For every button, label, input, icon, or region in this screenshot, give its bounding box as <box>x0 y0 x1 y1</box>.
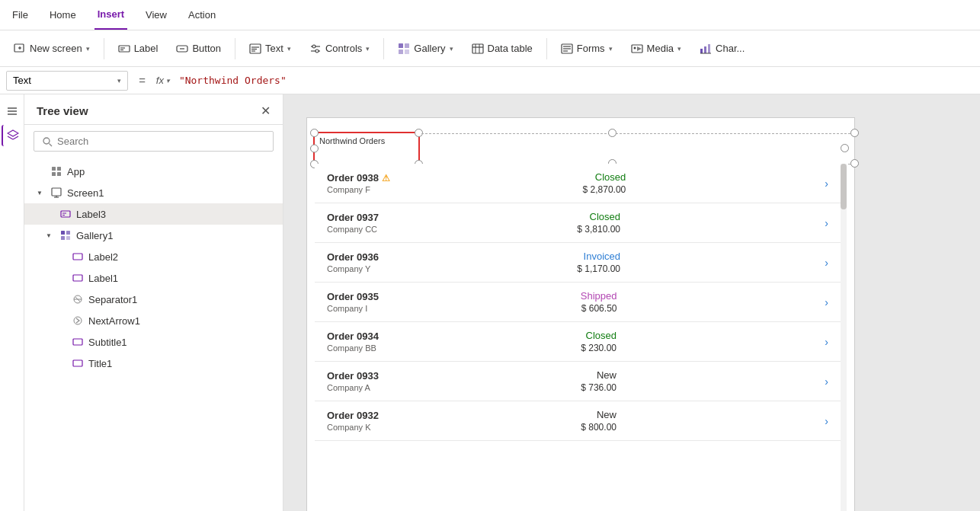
tree-item-subtitle1[interactable]: Subtitle1 <box>24 331 283 353</box>
formula-select[interactable]: Text ▾ <box>6 71 128 91</box>
tree-item-subtitle1-label: Subtitle1 <box>88 337 127 348</box>
gallery-row-4[interactable]: Order 0934 Company BB Closed $ 230.00 › <box>315 322 847 362</box>
svg-rect-58 <box>73 275 82 281</box>
canvas-area[interactable]: Northwind Orders Order 0938 ⚠ Company <box>283 94 980 511</box>
row4-status: Closed <box>586 330 617 341</box>
svg-line-40 <box>13 136 18 139</box>
svg-rect-17 <box>405 43 409 48</box>
row2-right: Invoiced $ 1,170.00 <box>577 251 620 274</box>
tree-item-label3-label: Label3 <box>76 209 106 220</box>
row5-amount: $ 736.00 <box>581 382 617 393</box>
handle-ml[interactable] <box>310 145 319 153</box>
button-icon <box>176 43 188 55</box>
tree-item-label1[interactable]: Label1 <box>24 267 283 289</box>
row6-status: New <box>597 409 617 420</box>
search-input[interactable] <box>57 136 265 147</box>
gallery-row-3[interactable]: Order 0935 Company I Shipped $ 606.50 › <box>315 283 847 322</box>
gallery-row-1[interactable]: Order 0937 Company CC Closed $ 3,810.00 … <box>315 203 847 243</box>
chart-button[interactable]: Char... <box>692 40 752 58</box>
row6-right: New $ 800.00 <box>581 409 617 433</box>
tree-item-nextarrow1-label: NextArrow1 <box>88 315 140 327</box>
row3-status: Shipped <box>581 290 617 302</box>
row3-right: Shipped $ 606.50 <box>581 290 617 314</box>
divider-3 <box>383 38 384 59</box>
row0-status: Closed <box>595 171 626 183</box>
tree-items: App ▼ Screen1 <box>24 158 283 511</box>
tree-item-gallery1[interactable]: ▼ Gallery1 <box>24 225 283 246</box>
tree-item-screen1[interactable]: ▼ Screen1 <box>24 182 283 203</box>
label-icon <box>118 43 130 55</box>
new-screen-button[interactable]: New screen ▾ <box>6 40 98 58</box>
label-button[interactable]: Label <box>110 40 166 58</box>
label3-selected[interactable]: Northwind Orders <box>313 132 420 165</box>
text-button[interactable]: Text ▾ <box>242 40 299 58</box>
handle-right-top[interactable] <box>608 129 617 137</box>
tree-item-label3[interactable]: Label3 <box>24 203 283 225</box>
divider-4 <box>546 38 547 59</box>
screen1-expand[interactable]: ▼ <box>37 190 46 196</box>
divider-2 <box>235 38 235 59</box>
svg-rect-32 <box>704 46 706 53</box>
svg-rect-44 <box>57 167 61 171</box>
menu-home[interactable]: Home <box>46 0 79 30</box>
tree-item-title1[interactable]: Title1 <box>24 353 283 374</box>
handle-tl[interactable] <box>310 129 319 137</box>
handle-far-top[interactable] <box>850 129 859 137</box>
svg-rect-63 <box>73 339 82 345</box>
menu-bar: File Home Insert View Action <box>0 0 980 30</box>
gallery-scrollbar[interactable] <box>841 164 847 511</box>
svg-rect-55 <box>61 236 65 240</box>
gallery-button[interactable]: Gallery ▾ <box>390 40 460 58</box>
menu-insert[interactable]: Insert <box>94 0 127 30</box>
formula-bar: Text ▾ = fx ▾ "Northwind Orders" <box>0 67 980 94</box>
handle-far-right-mid[interactable] <box>841 144 849 152</box>
tree-item-app[interactable]: App <box>24 161 283 182</box>
tree-item-nextarrow1[interactable]: NextArrow1 <box>24 310 283 331</box>
svg-point-29 <box>633 46 636 49</box>
gallery-row-6[interactable]: Order 0932 Company K New $ 800.00 › <box>315 401 847 441</box>
menu-action[interactable]: Action <box>185 0 219 30</box>
gallery-row-5[interactable]: Order 0933 Company A New $ 736.00 › <box>315 362 847 401</box>
row6-chevron: › <box>825 415 828 427</box>
tree-item-separator1[interactable]: Separator1 <box>24 289 283 310</box>
svg-marker-30 <box>637 46 642 51</box>
row2-left: Order 0936 Company Y <box>327 251 379 273</box>
subtitle1-icon <box>72 336 84 348</box>
svg-line-42 <box>50 143 53 146</box>
tree-close-button[interactable]: ✕ <box>261 104 271 118</box>
forms-icon <box>561 43 573 55</box>
scrollbar-thumb[interactable] <box>841 164 847 209</box>
tree-title: Tree view <box>37 104 88 117</box>
app-icon <box>50 165 62 177</box>
row5-company: Company A <box>327 383 379 392</box>
menu-file[interactable]: File <box>9 0 31 30</box>
svg-point-62 <box>74 317 82 324</box>
svg-rect-46 <box>57 172 61 176</box>
svg-rect-16 <box>399 43 403 48</box>
row4-company: Company BB <box>327 343 379 353</box>
row4-amount: $ 230.00 <box>581 343 617 353</box>
menu-view[interactable]: View <box>143 0 170 30</box>
svg-rect-45 <box>52 172 56 176</box>
forms-button[interactable]: Forms ▾ <box>553 40 620 58</box>
button-button[interactable]: Button <box>168 40 229 58</box>
tree-search-box[interactable] <box>34 131 274 152</box>
media-button[interactable]: Media ▾ <box>623 40 689 58</box>
forms-chevron: ▾ <box>609 45 613 53</box>
svg-rect-20 <box>472 44 483 53</box>
svg-line-39 <box>8 136 13 139</box>
label2-icon <box>72 251 84 263</box>
tree-item-label2[interactable]: Label2 <box>24 246 283 267</box>
sidebar-layers-icon[interactable] <box>2 125 23 146</box>
controls-button[interactable]: Controls ▾ <box>302 40 377 58</box>
handle-far-bottom[interactable] <box>850 159 859 168</box>
gallery-row-0[interactable]: Order 0938 ⚠ Company F Closed $ 2,870.00… <box>315 164 847 203</box>
handle-tr[interactable] <box>415 129 423 137</box>
datatable-button[interactable]: Data table <box>464 40 540 58</box>
sidebar-menu-icon[interactable] <box>2 101 23 122</box>
gallery-row-2[interactable]: Order 0936 Company Y Invoiced $ 1,170.00… <box>315 243 847 283</box>
gallery1-expand[interactable]: ▼ <box>46 232 55 239</box>
row6-left: Order 0932 Company K <box>327 410 379 432</box>
row2-company: Company Y <box>327 264 379 273</box>
title-label-text: Northwind Orders <box>315 133 418 149</box>
